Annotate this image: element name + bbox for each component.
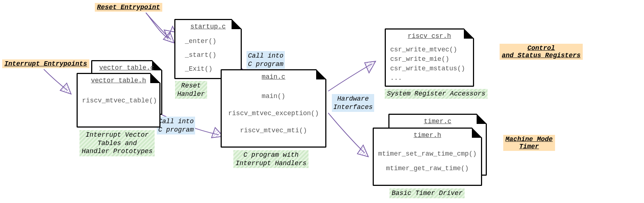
file-vector-table-h: vector_table.h riscv_mtvec_table() <box>77 73 160 128</box>
file-title: main.c <box>222 73 325 81</box>
file-title: vector_table.h <box>78 77 159 84</box>
label-hardware-interfaces: Hardware Interfaces <box>332 94 374 112</box>
svg-marker-2 <box>163 32 174 43</box>
caption-c-program: C program with Interrupt Handlers <box>233 150 309 168</box>
file-title: timer.c <box>389 118 486 125</box>
file-title: startup.c <box>175 23 241 30</box>
file-content: main() riscv_mtvec_exception() riscv_mtv… <box>222 88 325 139</box>
file-main-c: main.c main() riscv_mtvec_exception() ri… <box>221 69 326 148</box>
label-machine-mode-timer: Machine Mode Timer <box>503 135 555 151</box>
caption-basic-timer: Basic Timer Driver <box>389 188 465 198</box>
file-content: riscv_mtvec_table() <box>82 94 157 108</box>
caption-system-register: System Register Accessors <box>385 89 488 99</box>
label-reset-entrypoint: Reset Entrypoint <box>95 3 162 12</box>
file-title: timer.h <box>374 132 481 139</box>
file-title: vector_table.c <box>92 64 161 71</box>
svg-marker-3 <box>60 83 71 94</box>
caption-reset-handler: Reset Handler <box>175 81 207 99</box>
file-content: csr_write_mtvec() csr_write_mie() csr_wr… <box>390 45 465 83</box>
file-timer-h: timer.h mtimer_set_raw_time_cmp() mtimer… <box>373 128 482 186</box>
file-content: _enter() _start() _Exit() <box>185 35 216 76</box>
label-control-status: Control and Status Registers <box>500 44 583 60</box>
file-title: riscv_csr.h <box>386 32 473 40</box>
label-interrupt-entrypoints: Interrupt Entrypoints <box>2 59 89 68</box>
label-call-into-c-2: Call into C program <box>157 117 195 134</box>
svg-marker-7 <box>357 145 368 157</box>
caption-interrupt-vector: Interrupt Vector Tables and Handler Prot… <box>79 130 155 156</box>
svg-marker-6 <box>365 61 376 73</box>
file-riscv-csr-h: riscv_csr.h csr_write_mtvec() csr_write_… <box>385 28 474 87</box>
file-content: mtimer_set_raw_time_cmp() mtimer_get_raw… <box>374 147 481 176</box>
label-call-into-c-1: Call into C program <box>247 51 285 69</box>
